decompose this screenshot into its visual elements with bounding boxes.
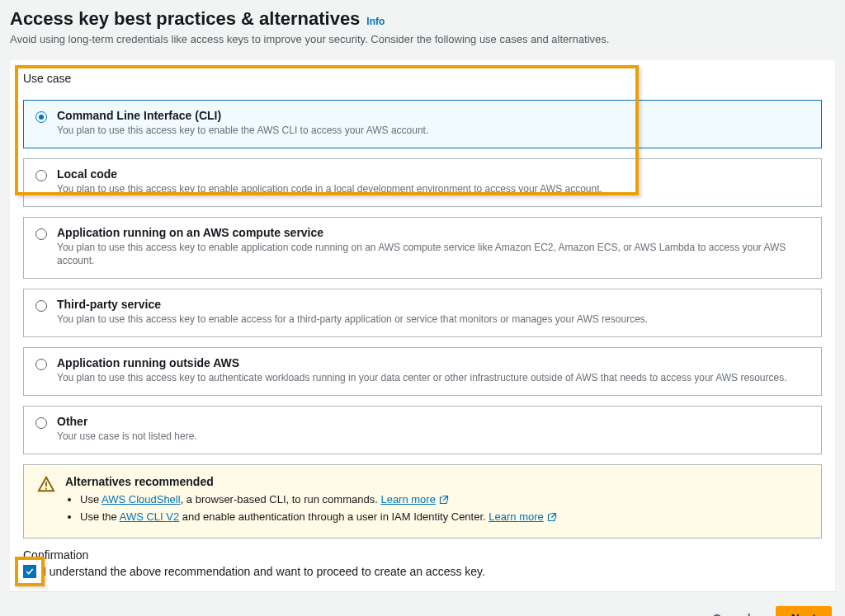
usecase-option-aws-compute[interactable]: Application running on an AWS compute se… xyxy=(23,217,822,280)
option-title: Application running on an AWS compute se… xyxy=(57,226,810,239)
usecase-option-local-code[interactable]: Local code You plan to use this access k… xyxy=(23,158,822,207)
link-learn-more-2[interactable]: Learn more xyxy=(489,510,556,523)
usecase-section-label: Use case xyxy=(10,60,835,90)
alternatives-box: Alternatives recommended Use AWS CloudSh… xyxy=(23,464,822,538)
option-desc: You plan to use this access key to authe… xyxy=(57,371,810,385)
cancel-button[interactable]: Cancel xyxy=(698,606,766,616)
warning-icon xyxy=(37,475,55,528)
option-desc: You plan to use this access key to enabl… xyxy=(57,124,810,138)
link-cloudshell[interactable]: AWS CloudShell xyxy=(101,493,181,505)
radio-icon xyxy=(35,359,47,370)
link-learn-more-1[interactable]: Learn more xyxy=(380,493,448,505)
alternatives-list: Use AWS CloudShell, a browser-based CLI,… xyxy=(65,493,557,524)
confirmation-row: I understand the above recommendation an… xyxy=(10,565,835,591)
page-header: Access key best practices & alternatives… xyxy=(0,0,845,52)
option-desc: You plan to use this access key to enabl… xyxy=(57,241,810,269)
alternatives-item-cloudshell: Use AWS CloudShell, a browser-based CLI,… xyxy=(80,493,557,507)
radio-icon xyxy=(35,111,47,123)
svg-rect-1 xyxy=(45,487,47,489)
checkbox-checked-icon xyxy=(23,565,36,578)
confirmation-text: I understand the above recommendation an… xyxy=(43,565,485,578)
usecase-option-other[interactable]: Other Your use case is not listed here. xyxy=(23,406,822,454)
radio-icon xyxy=(35,170,47,181)
confirmation-label: Confirmation xyxy=(10,542,835,565)
page-subtitle: Avoid using long-term credentials like a… xyxy=(10,33,835,45)
option-desc: You plan to use this access key to enabl… xyxy=(57,182,810,196)
svg-rect-0 xyxy=(45,482,47,487)
usecase-option-third-party[interactable]: Third-party service You plan to use this… xyxy=(23,289,822,337)
option-title: Command Line Interface (CLI) xyxy=(57,109,810,122)
external-link-icon xyxy=(547,512,557,524)
external-link-icon xyxy=(439,495,449,507)
alternatives-item-cliv2: Use the AWS CLI V2 and enable authentica… xyxy=(80,510,557,524)
confirmation-checkbox[interactable] xyxy=(23,565,36,578)
option-title: Other xyxy=(57,415,810,428)
radio-icon xyxy=(35,300,47,312)
option-title: Application running outside AWS xyxy=(57,356,810,369)
link-aws-cli-v2[interactable]: AWS CLI V2 xyxy=(120,510,179,523)
next-button[interactable]: Next xyxy=(776,606,832,616)
main-panel: Use case Command Line Interface (CLI) Yo… xyxy=(10,60,835,591)
page-title: Access key best practices & alternatives xyxy=(10,8,360,30)
info-link[interactable]: Info xyxy=(366,16,385,27)
option-desc: Your use case is not listed here. xyxy=(57,430,810,444)
option-desc: You plan to use this access key to enabl… xyxy=(57,313,810,327)
radio-icon xyxy=(35,417,47,429)
usecase-option-outside-aws[interactable]: Application running outside AWS You plan… xyxy=(23,347,822,396)
footer-buttons: Cancel Next xyxy=(0,598,845,616)
alternatives-heading: Alternatives recommended xyxy=(65,475,557,488)
usecase-option-cli[interactable]: Command Line Interface (CLI) You plan to… xyxy=(23,100,822,148)
radio-icon xyxy=(35,228,47,240)
option-title: Local code xyxy=(57,167,810,181)
usecase-option-list: Command Line Interface (CLI) You plan to… xyxy=(10,100,835,454)
option-title: Third-party service xyxy=(57,298,810,311)
